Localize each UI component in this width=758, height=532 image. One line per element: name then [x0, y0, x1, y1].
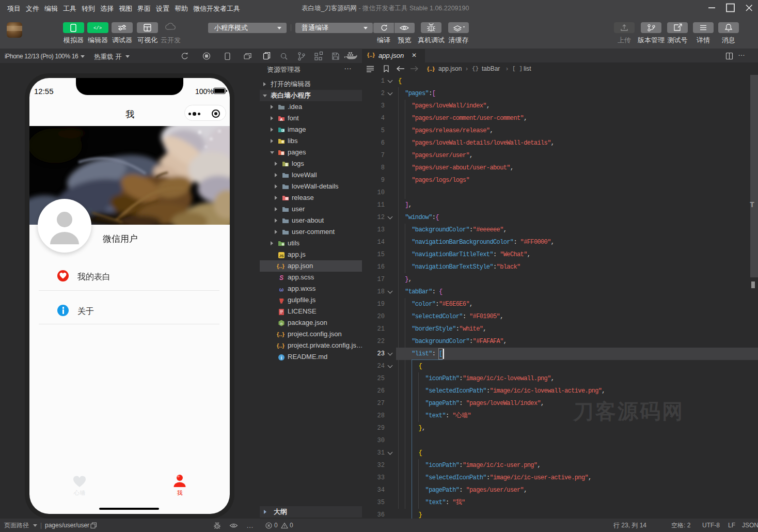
svg-text:S: S — [279, 274, 283, 281]
svg-text:JS: JS — [279, 254, 283, 258]
svg-text:A: A — [280, 117, 283, 122]
svg-text:n: n — [280, 321, 282, 326]
svg-text:ꞷ: ꞷ — [279, 286, 283, 292]
svg-text:i: i — [281, 355, 282, 361]
svg-text:</>: </> — [93, 26, 102, 31]
